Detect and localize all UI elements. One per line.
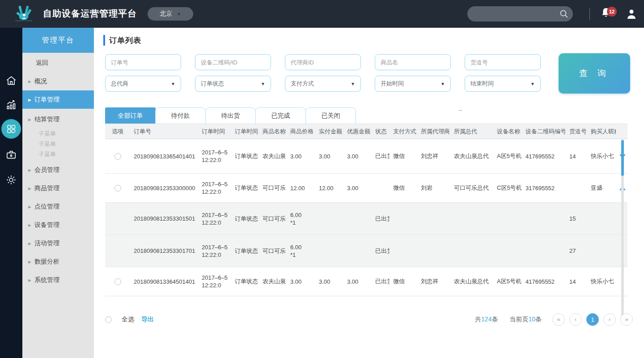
notifications-button[interactable]: 12: [601, 7, 619, 21]
city-selector[interactable]: 北京 ▼: [148, 7, 193, 21]
expand-arrow-icon: ▶: [28, 186, 31, 190]
row-radio[interactable]: [114, 278, 121, 285]
cell-qr: 417695552: [522, 139, 566, 174]
cell-status: 已出货: [372, 267, 390, 296]
start-time-select[interactable]: 开始时间 ▼: [375, 76, 451, 92]
cell-order-time: 2017–6–512:22:0: [198, 139, 231, 174]
first-page-button[interactable]: «: [552, 313, 565, 326]
cell-discount: 3.00: [343, 174, 372, 203]
prev-page-button[interactable]: ‹: [569, 313, 582, 326]
tab-closed[interactable]: 已关闭: [305, 107, 356, 124]
tab-pending-shipment[interactable]: 待出货: [205, 107, 256, 124]
sidebar-item-label: 活动管理: [34, 239, 59, 247]
sidebar-item-label: 订单管理: [34, 96, 59, 104]
logo-subtext: TRINITY TECH: [13, 20, 34, 22]
chevron-down-icon: ▼: [351, 81, 355, 86]
col-price: 商品价格: [287, 124, 315, 139]
select-all-label: 全选: [122, 315, 134, 324]
sidebar-item-locations[interactable]: ▶ 点位管理: [22, 197, 94, 216]
sidebar-item-overview[interactable]: ▶ 概况: [22, 72, 94, 90]
sidebar-item-analysis[interactable]: ▶ 数据分析: [22, 252, 94, 271]
cell-price: 3.00: [287, 267, 315, 296]
page-1-button[interactable]: 1: [586, 313, 599, 326]
select-all-radio[interactable]: [105, 316, 112, 323]
sidebar-item-label: 概况: [34, 77, 47, 85]
sidebar-item-devices[interactable]: ▶ 设备管理: [22, 216, 94, 234]
cell-qr: [522, 203, 566, 235]
cell-agent: [417, 203, 450, 235]
last-page-button[interactable]: »: [620, 313, 633, 326]
pay-method-select[interactable]: 支付方式 ▼: [285, 76, 361, 92]
icon-rail: [0, 28, 22, 358]
end-time-select[interactable]: 结束时间 ▼: [465, 76, 541, 92]
scrollbar-thumb[interactable]: [621, 140, 624, 176]
total-count-text: 共124条: [475, 315, 498, 324]
header-search-input[interactable]: [474, 6, 559, 21]
user-avatar-button[interactable]: [626, 8, 637, 20]
row-radio[interactable]: [114, 153, 121, 160]
sidebar-item-activities[interactable]: ▶ 活动管理: [22, 234, 94, 252]
sidebar-item-back[interactable]: 返回: [22, 54, 94, 72]
briefcase-icon[interactable]: [0, 144, 22, 166]
tab-pending-payment[interactable]: 待付款: [155, 107, 206, 124]
agent-id-input[interactable]: [285, 54, 361, 70]
cell-qr: [522, 235, 566, 267]
cell-buyer: 快乐小七: [587, 267, 616, 296]
cell-order-no: 2018090813365401401: [130, 139, 198, 174]
search-button[interactable]: 查 询: [559, 53, 630, 94]
gear-icon[interactable]: [0, 169, 22, 191]
cell-channel: 14: [566, 267, 587, 296]
table-subrow: 2018090812353301501 2017–6–512:22:0 订单状态…: [105, 203, 627, 235]
search-icon[interactable]: [559, 9, 568, 18]
cell-discount: 3.00: [343, 139, 372, 174]
user-icon: [626, 8, 637, 20]
cell-discount: 3.00: [343, 267, 372, 296]
sidebar-item-label: 设备管理: [34, 221, 59, 229]
expand-arrow-icon: ▶: [28, 98, 31, 102]
home-icon[interactable]: [0, 70, 22, 91]
expand-arrow-icon: ▶: [28, 260, 31, 264]
page-title: 订单列表: [109, 35, 141, 46]
orders-grid-icon[interactable]: [0, 118, 22, 140]
sidebar-item-members[interactable]: ▶ 会员管理: [22, 161, 94, 179]
cell-master: [450, 203, 493, 235]
cell-status: 已出货: [372, 235, 390, 267]
col-discount: 优惠金额: [343, 124, 372, 139]
sidebar-subitem-2[interactable]: 子菜单: [22, 139, 94, 149]
page-count-text: 当前页10条: [509, 315, 542, 324]
next-page-button[interactable]: ›: [603, 313, 616, 326]
col-order-no: 订单号: [130, 124, 198, 139]
sidebar-item-label: 会员管理: [34, 166, 59, 174]
cell-order-time: 2017–6–512:22:0: [198, 203, 231, 235]
sidebar-item-orders[interactable]: ▶ 订单管理: [22, 90, 94, 109]
row-radio[interactable]: [114, 185, 121, 192]
device-qr-input[interactable]: [195, 54, 271, 70]
chevron-down-icon: ▼: [171, 81, 175, 86]
cell-paid: 3.00: [315, 267, 343, 296]
sidebar-item-settlement[interactable]: ▶ 结算管理: [22, 110, 94, 128]
cell-price: 3.00: [287, 139, 315, 174]
sidebar-subitem-3[interactable]: 子菜单: [22, 149, 94, 159]
sidebar-item-products[interactable]: ▶ 商品管理: [22, 179, 94, 197]
master-agent-select[interactable]: 总代商 ▼: [105, 76, 181, 92]
chevron-down-icon: ▼: [261, 81, 265, 86]
tab-completed[interactable]: 已完成: [255, 107, 306, 124]
product-name-input[interactable]: [375, 54, 451, 70]
chevron-down-icon: ▼: [441, 81, 445, 86]
cell-order-no: 2018090812353301701: [130, 235, 198, 267]
table-row: 2018090812353300000 2017–6–512:22:0 订单状态…: [105, 174, 627, 203]
channel-no-input[interactable]: [465, 54, 541, 70]
sidebar-item-system[interactable]: ▶ 系统管理: [22, 271, 94, 289]
active-rail-highlight: [1, 119, 21, 139]
cell-buyer: [587, 203, 616, 235]
tab-all-orders[interactable]: 全部订单: [105, 107, 156, 124]
analytics-icon[interactable]: [0, 94, 22, 115]
cell-master: [450, 235, 493, 267]
order-no-input[interactable]: [105, 54, 181, 70]
sidebar-subitem-1[interactable]: 子菜单: [22, 128, 94, 139]
export-link[interactable]: 导出: [141, 315, 154, 324]
order-status-select[interactable]: 订单状态 ▼: [195, 76, 271, 92]
cell-status: 已出货: [372, 203, 390, 235]
cell-order-time: 2017–6–512:22:0: [198, 267, 231, 296]
cell-order-time2: 订单状态: [231, 235, 259, 267]
